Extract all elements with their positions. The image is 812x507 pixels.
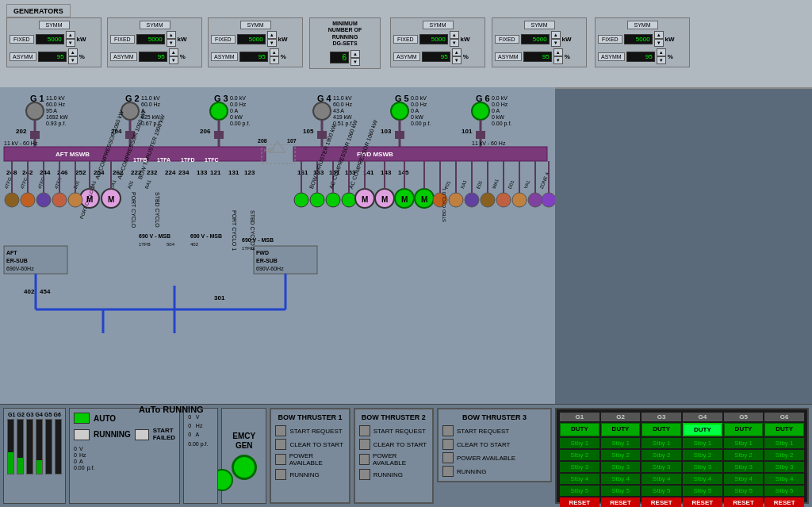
pms-stby4-g1[interactable]: Stby 4 [560, 474, 599, 484]
gen-config-1: SYMM FIXED 5000 ▲ ▼ kW ASYMM 95 ▲ ▼ % [6, 17, 102, 67]
t1-power-indicator [275, 454, 285, 465]
pms-stby4-g5[interactable]: Stby 4 [724, 474, 764, 484]
svg-text:161: 161 [297, 169, 308, 176]
symm-btn-4[interactable]: SYMM [423, 21, 454, 29]
svg-text:PORT CYCLO: PORT CYCLO [131, 192, 136, 229]
spin-up2-6[interactable]: ▲ [657, 48, 666, 56]
spin-up2-4[interactable]: ▲ [452, 48, 462, 56]
pms-stby5-g5[interactable]: Stby 5 [724, 486, 764, 496]
asymm-btn-2[interactable]: ASYMM [110, 52, 137, 61]
pms-stby5-g2[interactable]: Stby 5 [601, 486, 641, 496]
spin-dn-2[interactable]: ▼ [167, 39, 176, 47]
running-label: RUNNING [94, 430, 131, 439]
symm-btn-3[interactable]: SYMM [240, 21, 271, 29]
pms-reset-g4[interactable]: RESET [683, 497, 722, 507]
pms-stby5-g1[interactable]: Stby 5 [560, 486, 599, 496]
spin-up-6[interactable]: ▲ [654, 31, 664, 39]
symm-btn-2[interactable]: SYMM [140, 21, 170, 29]
spin-dn2-4[interactable]: ▼ [452, 56, 462, 64]
pms-duty-g3[interactable]: DUTY [642, 423, 681, 436]
symm-btn-6[interactable]: SYMM [627, 21, 658, 29]
spin-up-5[interactable]: ▲ [551, 31, 561, 39]
pms-stby3-g4[interactable]: Stby 3 [683, 462, 722, 472]
spin-dn2-3[interactable]: ▼ [270, 56, 279, 64]
pms-reset-g6[interactable]: RESET [764, 497, 804, 507]
pms-stby4-g6[interactable]: Stby 4 [764, 474, 804, 484]
spin-up-3[interactable]: ▲ [267, 31, 277, 39]
pms-stby3-g6[interactable]: Stby 3 [764, 462, 804, 472]
pms-duty-g6[interactable]: DUTY [764, 423, 804, 436]
pms-stby4-g4[interactable]: Stby 4 [683, 474, 722, 484]
pms-reset-g1[interactable]: RESET [560, 497, 599, 507]
min-dg-dn[interactable]: ▼ [350, 58, 360, 66]
svg-text:G 4: G 4 [317, 94, 332, 103]
pms-duty-g4-active[interactable]: DUTY [683, 423, 722, 436]
pms-reset-g5[interactable]: RESET [724, 497, 764, 507]
spin-dn-5[interactable]: ▼ [551, 39, 561, 47]
unit1-5: kW [562, 36, 572, 43]
spin-up2-2[interactable]: ▲ [169, 48, 178, 56]
svg-text:11.0   kV: 11.0 kV [46, 95, 65, 101]
pms-stby3-g3[interactable]: Stby 3 [642, 462, 681, 472]
spin-up-1[interactable]: ▲ [66, 31, 75, 39]
pms-stby3-g1[interactable]: Stby 3 [560, 462, 599, 472]
svg-text:G 3: G 3 [214, 94, 228, 103]
pms-stby4-g3[interactable]: Stby 4 [642, 474, 681, 484]
spin-dn-4[interactable]: ▼ [450, 39, 459, 47]
pms-duty-g1[interactable]: DUTY [560, 423, 599, 436]
fixed-btn-4[interactable]: FIXED [393, 35, 418, 44]
pms-stby4-g2[interactable]: Stby 4 [601, 474, 641, 484]
spin-up2-1[interactable]: ▲ [68, 48, 78, 56]
symm-btn-1[interactable]: SYMM [39, 21, 70, 29]
pms-stby5-g6[interactable]: Stby 5 [764, 486, 804, 496]
gen-val1-6: 5000 [624, 34, 653, 44]
min-dg-up[interactable]: ▲ [350, 50, 360, 58]
spin-up-4[interactable]: ▲ [450, 31, 459, 39]
pms-stby5-g4[interactable]: Stby 5 [683, 486, 722, 496]
spin-dn-3[interactable]: ▼ [267, 39, 277, 47]
asymm-btn-5[interactable]: ASYMM [495, 52, 522, 61]
pms-stby2-g6[interactable]: Stby 2 [764, 450, 804, 460]
svg-text:105: 105 [303, 128, 314, 135]
pms-reset-g3[interactable]: RESET [642, 497, 681, 507]
fixed-btn-6[interactable]: FIXED [598, 35, 622, 44]
pms-stby5-g3[interactable]: Stby 5 [642, 486, 681, 496]
pms-stby1-g6[interactable]: Stby 1 [764, 438, 804, 448]
pms-duty-g5[interactable]: DUTY [724, 423, 764, 436]
symm-btn-5[interactable]: SYMM [524, 21, 555, 29]
spin-up-2[interactable]: ▲ [167, 31, 176, 39]
spin-dn-1[interactable]: ▼ [66, 39, 75, 47]
spin-up2-3[interactable]: ▲ [270, 48, 279, 56]
pms-stby1-g1[interactable]: Stby 1 [560, 438, 599, 448]
thruster-3-title: BOW THRUSTER 3 [442, 413, 546, 421]
asymm-btn-4[interactable]: ASYMM [393, 52, 420, 61]
pms-stby1-g3[interactable]: Stby 1 [642, 438, 681, 448]
unit2-4: % [463, 53, 469, 60]
spin-up2-5[interactable]: ▲ [553, 48, 563, 56]
spin-dn2-1[interactable]: ▼ [68, 56, 78, 64]
spin-dn2-2[interactable]: ▼ [169, 56, 178, 64]
pms-stby3-g2[interactable]: Stby 3 [601, 462, 641, 472]
pms-reset-g2[interactable]: RESET [601, 497, 641, 507]
pms-duty-g2[interactable]: DUTY [601, 423, 641, 436]
pms-stby1-g4[interactable]: Stby 1 [683, 438, 722, 448]
pms-stby2-g5[interactable]: Stby 2 [724, 450, 764, 460]
asymm-btn-1[interactable]: ASYMM [10, 52, 36, 61]
asymm-btn-6[interactable]: ASYMM [598, 52, 625, 61]
fixed-btn-2[interactable]: FIXED [110, 35, 135, 44]
pms-stby2-g4[interactable]: Stby 2 [683, 450, 722, 460]
pms-stby1-g5[interactable]: Stby 1 [724, 438, 764, 448]
pms-stby3-g5[interactable]: Stby 3 [724, 462, 764, 472]
fixed-btn-3[interactable]: FIXED [211, 35, 236, 44]
pms-stby2-g2[interactable]: Stby 2 [601, 450, 641, 460]
pms-stby2-g3[interactable]: Stby 2 [642, 450, 681, 460]
fixed-btn-1[interactable]: FIXED [10, 35, 34, 44]
pms-stby1-g2[interactable]: Stby 1 [601, 438, 641, 448]
spin-dn2-6[interactable]: ▼ [657, 56, 666, 64]
fixed-btn-5[interactable]: FIXED [495, 35, 519, 44]
svg-text:0.0    kV: 0.0 kV [411, 95, 427, 101]
pms-stby2-g1[interactable]: Stby 2 [560, 450, 599, 460]
spin-dn-6[interactable]: ▼ [654, 39, 664, 47]
asymm-btn-3[interactable]: ASYMM [211, 52, 238, 61]
spin-dn2-5[interactable]: ▼ [553, 56, 563, 64]
